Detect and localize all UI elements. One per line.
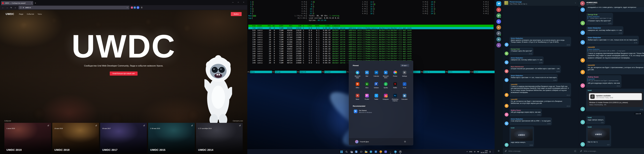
tab-close-icon[interactable]: × bbox=[31, 2, 32, 4]
tray-overflow-chevron-icon[interactable] bbox=[466, 151, 468, 153]
fkey-nice-[interactable]: F8Nice + bbox=[420, 71, 445, 73]
user-avatar[interactable]: M bbox=[505, 69, 508, 73]
minimize-button[interactable]: — bbox=[230, 0, 236, 4]
new-tab-button[interactable]: + bbox=[33, 1, 38, 5]
start-app-news[interactable]: NNews bbox=[353, 92, 362, 103]
fkey-search[interactable]: F3Search bbox=[297, 71, 322, 73]
start-app-calculator[interactable]: ▦Calculator bbox=[400, 92, 409, 103]
user-avatar[interactable]: G bbox=[505, 52, 508, 55]
server-icon-s[interactable]: S bbox=[496, 43, 501, 48]
attach-icon[interactable] bbox=[505, 150, 507, 152]
process-row[interactable]: 144sonic200718M4123223900S0.00.10:00.37d… bbox=[248, 50, 494, 52]
start-app-instagram[interactable]: ◎Instagram bbox=[381, 92, 390, 103]
start-app-photos[interactable]: ❖Photos bbox=[390, 69, 400, 80]
lock-icon[interactable] bbox=[22, 7, 24, 8]
photo-attachment[interactable]: UWDC bbox=[511, 129, 533, 141]
process-row[interactable]: 138sonic200718M4110423988S0.00.10:00.43d… bbox=[248, 38, 494, 41]
extension-icon[interactable] bbox=[131, 6, 133, 9]
fkey-setup[interactable]: F2Setup bbox=[272, 71, 297, 73]
volume-icon[interactable] bbox=[477, 151, 479, 153]
url-bar[interactable]: uwdc.ru ☆ bbox=[18, 6, 129, 9]
process-row[interactable]: 139sonic200719M4148824120S0.00.10:00.40d… bbox=[248, 41, 494, 43]
server-icon-k[interactable]: K bbox=[496, 25, 501, 30]
user-avatar[interactable]: R bbox=[505, 104, 508, 108]
process-row[interactable]: 145sonic200718M4123223900S0.00.10:00.45d… bbox=[248, 52, 494, 55]
recommended-item-get-started[interactable]: ⚑ Get Started Welcome to Windows bbox=[353, 109, 381, 114]
user-avatar[interactable]: R bbox=[580, 70, 585, 74]
taskbar-widgets-icon[interactable] bbox=[354, 150, 358, 154]
process-row[interactable]: 732sonic200718M4049623620S0.00.10:00.46d… bbox=[248, 27, 494, 29]
app-logo-icon[interactable] bbox=[496, 1, 501, 6]
taskbar-task-view-icon[interactable] bbox=[349, 150, 354, 154]
event-card[interactable]: 09 мая 2017UWDC 2017 bbox=[100, 123, 147, 153]
start-app-xbox[interactable]: xXbox bbox=[362, 81, 372, 91]
process-row[interactable]: 137sonic200718M4110423988S0.00.10:00.39d… bbox=[248, 36, 494, 38]
taskbar-firefox-icon[interactable] bbox=[379, 150, 383, 154]
home-button[interactable]: ⌂ bbox=[14, 6, 17, 9]
process-row[interactable]: 146sonic200719M4156024188S0.00.10:00.41d… bbox=[248, 55, 494, 57]
user-avatar[interactable]: A bbox=[580, 40, 585, 45]
process-row[interactable]: 136sonic200719M4167224296S0.00.10:00.41d… bbox=[248, 34, 494, 36]
taskbar-file-explorer-icon[interactable] bbox=[364, 150, 368, 154]
user-avatar[interactable]: R bbox=[580, 58, 585, 63]
external-link-icon[interactable] bbox=[143, 124, 146, 127]
start-app-to-do[interactable]: ✓To Do bbox=[400, 81, 409, 91]
account-avatar[interactable] bbox=[136, 6, 139, 9]
show-desktop-button[interactable] bbox=[493, 150, 494, 153]
language-indicator[interactable]: ENG bbox=[469, 151, 472, 153]
start-app-picsart[interactable]: PPicsArt bbox=[362, 92, 372, 103]
user-avatar[interactable]: A bbox=[505, 61, 508, 64]
process-row[interactable]: 141sonic200719M4148824120S0.00.10:00.42d… bbox=[248, 45, 494, 48]
bookmark-star-icon[interactable]: ☆ bbox=[126, 6, 128, 8]
external-link-icon[interactable] bbox=[47, 124, 50, 127]
process-row[interactable]: 147sonic200719M4156024188S0.00.10:00.39d… bbox=[248, 57, 494, 59]
taskbar-start-icon[interactable] bbox=[340, 150, 344, 154]
start-app-microsoft-store[interactable]: ⊞Microsoft Store bbox=[381, 69, 390, 80]
server-icon-u[interactable]: U bbox=[496, 7, 501, 12]
user-avatar[interactable]: G bbox=[580, 21, 585, 25]
server-icon-p[interactable]: P bbox=[496, 31, 501, 36]
pinned-message-bar[interactable]: Pinned message Your Photo, Как по так =)… bbox=[503, 0, 578, 6]
external-link-icon[interactable] bbox=[190, 124, 194, 127]
user-avatar[interactable]: T bbox=[580, 107, 585, 111]
message-input[interactable]: Write a message... bbox=[508, 150, 572, 152]
taskbar-search-icon[interactable] bbox=[344, 150, 348, 154]
start-app-mail[interactable]: ✉Mail bbox=[362, 69, 372, 80]
settings-gear-icon[interactable]: ⚙ bbox=[498, 150, 500, 152]
wifi-icon[interactable] bbox=[474, 151, 476, 153]
process-row[interactable]: 143sonic200718M4089223756S0.00.10:00.40d… bbox=[248, 48, 494, 50]
channel-title[interactable]: #UWDC2021 bbox=[586, 1, 597, 3]
reload-button[interactable]: ↻ bbox=[10, 6, 13, 9]
server-icon-w[interactable]: W bbox=[496, 13, 501, 18]
fkey-filter[interactable]: F4Filter bbox=[322, 71, 346, 73]
user-avatar[interactable]: T bbox=[505, 143, 508, 147]
site-nav-link-события[interactable]: События bbox=[27, 13, 34, 15]
user-avatar[interactable]: A bbox=[580, 7, 585, 12]
user-avatar[interactable]: R bbox=[505, 93, 508, 97]
start-app-microsoft-edge[interactable]: eMicrosoft Edge bbox=[353, 69, 362, 80]
user-avatar[interactable]: A bbox=[505, 113, 508, 117]
process-row[interactable]: 135sonic200719M4167224296S0.00.10:00.44d… bbox=[248, 32, 494, 34]
start-app-settings[interactable]: ⚙Settings bbox=[400, 69, 409, 80]
forward-button[interactable]: → bbox=[6, 6, 9, 9]
clock[interactable]: 3:08 28.06.2021 bbox=[480, 150, 488, 154]
photo-attachment[interactable]: UWDC bbox=[588, 128, 610, 140]
taskbar-telegram-icon[interactable] bbox=[393, 150, 398, 154]
process-row[interactable]: 140sonic200718M4089223756S0.00.10:00.38d… bbox=[248, 43, 494, 45]
external-link-icon[interactable] bbox=[238, 124, 241, 127]
user-avatar[interactable]: T bbox=[580, 142, 585, 147]
start-app-solitaire[interactable]: ♠Solitaire bbox=[372, 81, 381, 91]
all-apps-button[interactable]: All apps› bbox=[400, 64, 409, 67]
site-logo[interactable]: UWDC bbox=[6, 12, 14, 15]
user-avatar[interactable]: A bbox=[580, 31, 585, 35]
maximize-button[interactable]: □ bbox=[236, 0, 241, 4]
site-nav-link-люди[interactable]: Люди bbox=[19, 13, 23, 15]
extension-icon[interactable] bbox=[134, 6, 136, 9]
login-button[interactable]: Войти bbox=[231, 12, 242, 16]
browser-tab[interactable]: UWDC — Сообщество разраб × bbox=[1, 1, 33, 5]
start-app-office[interactable]: OOffice bbox=[353, 81, 362, 91]
taskbar-chat-icon[interactable] bbox=[359, 150, 363, 154]
fkey-help[interactable]: F1Help bbox=[247, 71, 272, 73]
events-view-all-link[interactable]: Смотреть все bbox=[233, 120, 243, 122]
shield-icon[interactable] bbox=[20, 7, 22, 8]
